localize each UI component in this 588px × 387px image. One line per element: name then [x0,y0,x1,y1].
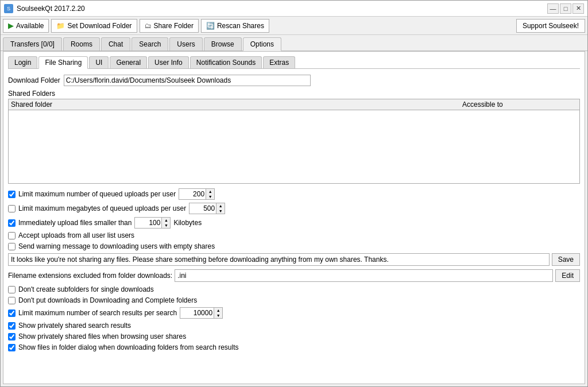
immediately-upload-row: Immediately upload files smaller than ▲ … [8,217,580,229]
limit-search-spinner: ▲ ▼ [180,307,223,319]
show-files-dialog-row: Show files in folder dialog when downloa… [8,343,580,351]
set-download-folder-button[interactable]: 📁 Set Download Folder [51,19,137,33]
limit-queue-uploads-row: Limit maximum number of queued uploads p… [8,188,580,200]
tab-options[interactable]: Options [243,37,281,51]
tab-rooms[interactable]: Rooms [63,37,100,51]
available-label: Available [16,22,44,30]
limit-search-spinner-btns: ▲ ▼ [214,307,223,319]
close-button[interactable]: ✕ [572,3,584,14]
limit-queue-uploads-input[interactable] [179,188,206,200]
sub-tabs: Login File Sharing UI General User Info … [8,56,580,69]
download-folder-row: Download Folder [8,75,580,86]
save-button[interactable]: Save [552,253,580,266]
immediately-upload-spinner-btns: ▲ ▼ [162,217,171,229]
shared-folders-section: Shared Folders Shared folder Accessible … [8,90,580,184]
title-bar-left: S SoulseekQt 2017.2.20 [4,4,85,13]
limit-megabytes-checkbox[interactable] [8,205,16,212]
immediately-upload-input[interactable] [134,217,162,229]
no-subfolders-checkbox[interactable] [8,286,16,293]
subtab-general[interactable]: General [110,56,147,68]
limit-queue-uploads-up[interactable]: ▲ [206,189,214,194]
show-private-search-row: Show privately shared search results [8,322,580,330]
no-downloading-checkbox[interactable] [8,297,16,304]
no-downloading-label: Don't put downloads in Downloading and C… [18,296,197,304]
subtab-user-info[interactable]: User Info [148,56,189,68]
rescan-shares-label: Rescan Shares [217,22,264,30]
set-download-folder-label: Set Download Folder [67,22,131,30]
immediately-upload-spinner: ▲ ▼ [134,217,171,229]
available-icon: ▶ [8,21,14,30]
available-button[interactable]: ▶ Available [3,19,49,33]
limit-queue-uploads-checkbox[interactable] [8,191,16,198]
subtab-login[interactable]: Login [8,56,37,68]
limit-megabytes-spinner-btns: ▲ ▼ [216,203,225,214]
toolbar: ▶ Available 📁 Set Download Folder 🗂 Shar… [1,17,587,35]
no-subfolders-label: Don't create subfolders for single downl… [18,285,154,293]
maximize-button[interactable]: □ [560,3,571,14]
app-icon: S [4,4,13,13]
no-subfolders-row: Don't create subfolders for single downl… [8,285,580,293]
show-private-search-checkbox[interactable] [8,322,16,330]
show-files-dialog-label: Show files in folder dialog when downloa… [18,343,239,351]
rescan-shares-button[interactable]: 🔄 Rescan Shares [201,19,269,33]
filename-ext-input[interactable] [175,269,553,282]
limit-queue-uploads-spinner-btns: ▲ ▼ [206,188,215,200]
message-row: Save [8,253,580,266]
subtab-extras[interactable]: Extras [263,56,295,68]
limit-megabytes-label: Limit maximum megabytes of queued upload… [18,204,186,212]
limit-search-input[interactable] [180,307,214,319]
download-folder-label: Download Folder [8,76,60,84]
limit-search-down[interactable]: ▼ [214,313,222,318]
title-controls: — □ ✕ [547,3,584,14]
show-private-files-checkbox[interactable] [8,333,16,340]
shared-folders-label: Shared Folders [8,90,580,98]
minimize-button[interactable]: — [547,3,559,14]
limit-search-checkbox[interactable] [8,309,16,317]
tab-transfers[interactable]: Transfers [0/0] [3,37,62,51]
send-warning-label: Send warning message to downloading user… [18,242,215,250]
support-button[interactable]: Support Soulseek! [516,19,585,33]
no-downloading-row: Don't put downloads in Downloading and C… [8,296,580,304]
show-private-files-row: Show privately shared files when browsin… [8,332,580,340]
send-warning-checkbox[interactable] [8,243,16,250]
content-area: Login File Sharing UI General User Info … [3,51,585,384]
tab-users[interactable]: Users [169,37,202,51]
edit-button[interactable]: Edit [555,269,580,282]
title-bar: S SoulseekQt 2017.2.20 — □ ✕ [1,1,587,17]
shared-folders-table[interactable]: Shared folder Accessible to [8,99,580,184]
tab-chat[interactable]: Chat [101,37,130,51]
show-files-dialog-checkbox[interactable] [8,344,16,351]
limit-megabytes-up[interactable]: ▲ [216,203,225,208]
limit-search-up[interactable]: ▲ [214,308,222,313]
rescan-icon: 🔄 [206,22,215,30]
filename-ext-row: Filename extensions excluded from folder… [8,269,580,282]
limit-megabytes-row: Limit maximum megabytes of queued upload… [8,203,580,214]
message-input[interactable] [8,253,550,266]
immediately-upload-up[interactable]: ▲ [162,218,170,223]
share-folder-button[interactable]: 🗂 Share Folder [140,19,199,33]
col-shared-folder: Shared folder [11,100,462,109]
share-icon: 🗂 [145,22,152,30]
accept-uploads-checkbox[interactable] [8,232,16,239]
share-folder-label: Share Folder [154,22,194,30]
col-accessible-to: Accessible to [462,100,577,109]
download-folder-input[interactable] [64,75,311,86]
window-title: SoulseekQt 2017.2.20 [17,5,85,13]
limit-queue-uploads-spinner: ▲ ▼ [179,188,215,200]
subtab-ui[interactable]: UI [89,56,109,68]
tab-search[interactable]: Search [131,37,168,51]
show-private-files-label: Show privately shared files when browsin… [18,332,186,340]
limit-queue-uploads-down[interactable]: ▼ [206,194,214,199]
limit-megabytes-spinner: ▲ ▼ [189,203,225,214]
main-tabs: Transfers [0/0] Rooms Chat Search Users … [1,35,587,51]
limit-megabytes-input[interactable] [189,203,216,214]
send-warning-row: Send warning message to downloading user… [8,242,580,250]
subtab-notification-sounds[interactable]: Notification Sounds [190,56,262,68]
limit-megabytes-down[interactable]: ▼ [216,208,225,214]
immediately-upload-checkbox[interactable] [8,219,16,227]
subtab-file-sharing[interactable]: File Sharing [38,56,88,69]
tab-browse[interactable]: Browse [204,37,242,51]
limit-search-row: Limit maximum number of search results p… [8,307,580,319]
immediately-upload-down[interactable]: ▼ [162,223,170,228]
limit-queue-uploads-label: Limit maximum number of queued uploads p… [18,190,176,198]
